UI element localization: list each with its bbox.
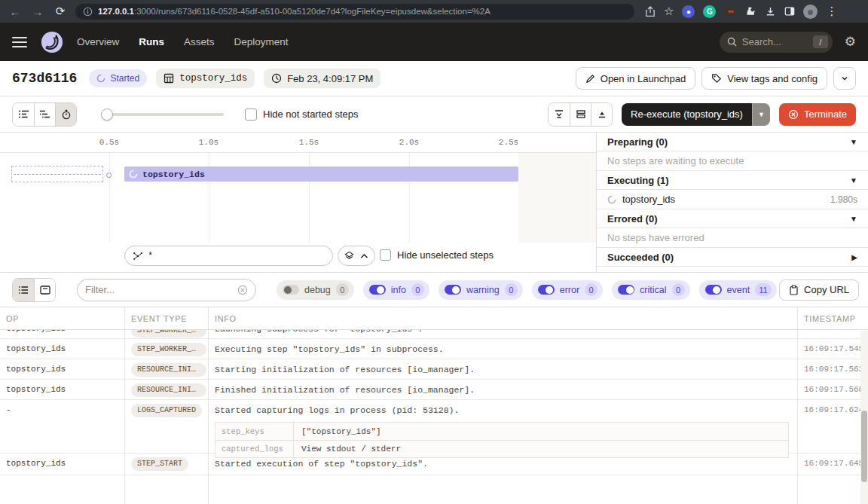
open-launchpad-button[interactable]: Open in Launchpad xyxy=(576,67,695,90)
event-type-chip: LOGS_CAPTURED xyxy=(131,404,202,417)
password-extension-icon[interactable]: ● xyxy=(682,5,695,18)
chevron-down-icon xyxy=(840,74,849,83)
executing-step-row[interactable]: topstory_ids 1.980s xyxy=(597,190,868,209)
log-view-list-button[interactable] xyxy=(13,279,34,301)
log-row[interactable]: topstory_ids RESOURCE_INIT_STARTED Start… xyxy=(0,359,868,380)
nav-deployment[interactable]: Deployment xyxy=(234,36,289,47)
event-metadata-table: step_keys ["topstory_ids"] captured_logs… xyxy=(215,422,789,458)
toggle-switch-icon xyxy=(369,285,386,295)
tick-label: 1.5s xyxy=(299,138,319,147)
pencil-icon xyxy=(585,74,595,84)
log-filter-input[interactable] xyxy=(85,284,233,295)
step-selector[interactable] xyxy=(124,246,333,266)
hide-not-started-checkbox[interactable] xyxy=(245,108,257,121)
reexecute-split-button: Re-execute (topstory_ids) ▼ xyxy=(622,103,770,126)
downloads-icon[interactable] xyxy=(765,6,776,17)
gantt-mode-waterfall-button[interactable] xyxy=(34,103,55,126)
bookmark-star-icon[interactable]: ☆ xyxy=(664,5,674,18)
settings-gear-icon[interactable]: ⚙ xyxy=(845,34,856,50)
caret-right-icon: ▶ xyxy=(851,253,857,261)
reexecute-dropdown-button[interactable]: ▼ xyxy=(752,103,770,126)
grammarly-extension-icon[interactable]: G xyxy=(703,5,716,18)
dagster-run-page: ← → ⟳ 127.0.0.1:3000/runs/673d6116-0528-… xyxy=(0,0,868,504)
toggle-switch-icon xyxy=(618,285,634,295)
log-row[interactable]: topstory_ids STEP_START Started executio… xyxy=(0,454,868,475)
log-row[interactable]: topstory_ids STEP_WORKER_STARTED Executi… xyxy=(0,339,868,359)
level-toggle-warning[interactable]: warning0 xyxy=(439,280,523,300)
clear-filter-icon[interactable] xyxy=(237,285,248,295)
log-row-clipped[interactable]: topstory_ids STEP_WORKER_STARTING Launch… xyxy=(0,330,868,339)
share-icon[interactable] xyxy=(645,6,656,17)
nav-assets[interactable]: Assets xyxy=(184,36,215,47)
layer-controls[interactable] xyxy=(338,246,375,266)
nav-overview[interactable]: Overview xyxy=(77,36,119,47)
log-view-structured-button[interactable] xyxy=(34,279,55,301)
section-errored[interactable]: Errored (0)▼ xyxy=(597,209,868,228)
preparing-empty-state: No steps are waiting to execute xyxy=(597,151,868,171)
browser-profile-avatar[interactable] xyxy=(803,5,818,19)
level-toggle-event[interactable]: event11 xyxy=(699,280,777,300)
sidebar-icon[interactable] xyxy=(784,6,795,17)
hide-unselected-label: Hide unselected steps xyxy=(397,249,494,261)
extensions-puzzle-icon[interactable] xyxy=(745,6,756,17)
errored-empty-state: No steps have errored xyxy=(597,228,868,248)
col-event-type: EVENT TYPE xyxy=(124,307,208,329)
log-row[interactable]: topstory_ids RESOURCE_INIT_SUCCESS Finis… xyxy=(0,380,868,400)
caret-down-icon: ▼ xyxy=(850,215,857,223)
browser-reload-icon[interactable]: ⟳ xyxy=(53,5,68,18)
gantt-section: 0.5s 1.0s 1.5s 2.0s 2.5s topstory_ids xyxy=(0,133,868,273)
hamburger-menu-icon[interactable] xyxy=(12,37,27,47)
tick-label: 2.0s xyxy=(399,138,419,147)
panel-bottom-button[interactable] xyxy=(549,103,570,126)
global-search[interactable]: Search... / xyxy=(720,32,833,53)
clipboard-icon xyxy=(789,285,799,295)
view-stdout-link[interactable]: View stdout / stderr xyxy=(294,444,788,454)
copy-url-button[interactable]: Copy URL xyxy=(779,279,859,301)
panel-top-button[interactable] xyxy=(591,103,612,126)
run-actions-chevron-button[interactable] xyxy=(833,67,856,90)
step-selector-input[interactable] xyxy=(148,251,325,261)
extension-icon[interactable]: •• xyxy=(724,5,737,18)
caret-down-icon: ▼ xyxy=(850,138,857,146)
step-status-panel: Preparing (0)▼ No steps are waiting to e… xyxy=(597,133,868,272)
col-op: OP xyxy=(0,307,124,329)
structured-view-icon xyxy=(40,286,50,295)
site-info-icon[interactable] xyxy=(83,7,93,17)
level-toggle-debug[interactable]: debug0 xyxy=(277,280,354,300)
address-bar[interactable]: 127.0.0.1:3000/runs/673d6116-0528-45df-a… xyxy=(75,4,634,20)
start-time-chip: Feb 23, 4:09:17 PM xyxy=(264,69,381,88)
log-row-logs-captured[interactable]: - LOGS_CAPTURED Started capturing logs i… xyxy=(0,400,868,454)
section-preparing[interactable]: Preparing (0)▼ xyxy=(597,133,868,151)
browser-back-icon[interactable]: ← xyxy=(8,5,23,18)
hide-not-started-label: Hide not started steps xyxy=(263,108,358,120)
gantt-step-bar[interactable]: topstory_ids xyxy=(124,166,518,182)
level-toggle-critical[interactable]: critical0 xyxy=(612,280,689,300)
job-chip[interactable]: topstory_ids xyxy=(156,69,255,88)
gantt-zoom-slider[interactable] xyxy=(101,108,224,121)
section-executing[interactable]: Executing (1)▼ xyxy=(597,171,868,190)
log-scrollbar-thumb[interactable] xyxy=(861,411,867,482)
level-toggle-error[interactable]: error0 xyxy=(532,280,603,300)
slider-knob[interactable] xyxy=(101,108,113,121)
panel-split-button[interactable] xyxy=(570,103,591,126)
terminate-button[interactable]: Terminate xyxy=(779,103,856,126)
stopwatch-icon xyxy=(61,109,72,120)
reexecute-button[interactable]: Re-execute (topstory_ids) xyxy=(622,103,752,126)
caret-down-icon: ▼ xyxy=(850,176,857,185)
log-table-body[interactable]: topstory_ids STEP_WORKER_STARTING Launch… xyxy=(0,330,868,504)
gantt-mode-flat-button[interactable] xyxy=(13,103,34,126)
search-icon xyxy=(727,37,737,47)
level-toggle-info[interactable]: info0 xyxy=(363,280,429,300)
event-log-table: OP EVENT TYPE INFO TIMESTAMP topstory_id… xyxy=(0,307,868,504)
gantt-future-region xyxy=(518,153,596,243)
hide-unselected-checkbox[interactable] xyxy=(380,249,391,261)
spinner-icon xyxy=(129,170,138,179)
nav-runs[interactable]: Runs xyxy=(139,36,164,47)
gantt-mode-timed-button[interactable] xyxy=(55,103,76,126)
view-tags-config-button[interactable]: View tags and config xyxy=(701,67,827,90)
browser-forward-icon[interactable]: → xyxy=(30,5,45,18)
browser-menu-icon[interactable]: ⋮ xyxy=(826,5,837,18)
toggle-switch-icon xyxy=(538,285,555,295)
dagster-logo[interactable] xyxy=(41,31,63,53)
section-succeeded[interactable]: Succeeded (0)▶ xyxy=(597,248,868,267)
